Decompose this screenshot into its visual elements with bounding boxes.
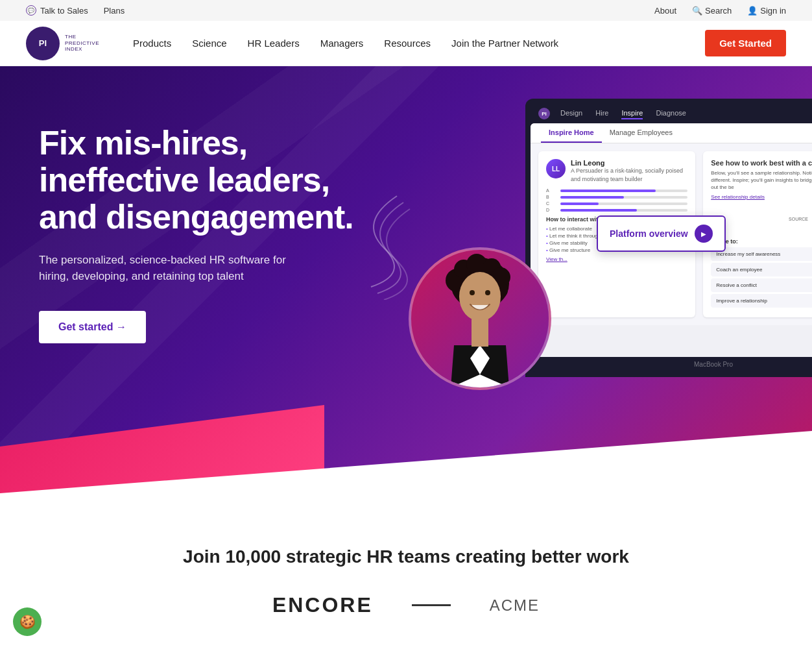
brand-encore: ENCORE — [272, 593, 373, 617]
want-item-4[interactable]: Improve a relationship ↗ — [711, 294, 812, 308]
platform-btn-text: Platform overview — [610, 228, 688, 239]
laptop-mockup: PI Design Hire Inspire Diagnose ACME D I… — [525, 99, 812, 377]
platform-overview-button[interactable]: Platform overview ▶ — [597, 215, 726, 252]
play-icon: ▶ — [695, 225, 713, 243]
nav-science[interactable]: Science — [184, 32, 234, 54]
want-item-2[interactable]: Coach an employee ↗ — [711, 263, 812, 276]
want-item-3[interactable]: Resolve a conflict ↗ — [711, 278, 812, 292]
hero-left: Fix mis-hires, ineffective leaders, and … — [39, 105, 396, 343]
nav-partner-network[interactable]: Join the Partner Network — [444, 32, 566, 54]
trait-row-c: C — [546, 201, 687, 206]
laptop-nav: PI Design Hire Inspire Diagnose ACME D — [531, 104, 812, 123]
nav-managers[interactable]: Managers — [313, 32, 372, 54]
hero-cta-button[interactable]: Get started → — [39, 311, 146, 343]
brand-strip: ENCORE ACME — [39, 593, 773, 617]
person-avatar: LL — [546, 159, 566, 178]
person-details: Lin Leong A Persuader is a risk-taking, … — [571, 159, 687, 183]
trait-row-b: B — [546, 195, 687, 199]
cookie-consent-button[interactable]: 🍪 — [13, 607, 42, 636]
subtab-inspire-home[interactable]: Inspire Home — [541, 123, 602, 143]
brand-divider — [412, 604, 451, 606]
brand-2: ACME — [490, 596, 540, 615]
trait-row-d: D — [546, 208, 687, 212]
about-link[interactable]: About — [654, 6, 676, 16]
subtab-manage-employees[interactable]: Manage Employees — [602, 123, 680, 143]
sign-in-link[interactable]: 👤 Sign in — [747, 6, 786, 16]
laptop-logo: PI — [538, 108, 550, 119]
chat-icon: 💬 — [26, 5, 36, 16]
svg-rect-12 — [472, 319, 488, 347]
laptop-label: MacBook Pro — [531, 357, 812, 372]
top-bar-right: About 🔍 Search 👤 Sign in — [654, 6, 786, 16]
svg-point-8 — [459, 272, 501, 321]
main-nav: PI THE PREDICTIVE INDEX Products Science… — [0, 21, 812, 66]
nav-hr-leaders[interactable]: HR Leaders — [240, 32, 307, 54]
laptop-tab-diagnose[interactable]: Diagnose — [656, 108, 686, 119]
hero-headline: Fix mis-hires, ineffective leaders, and … — [39, 125, 396, 236]
person-photo — [409, 247, 551, 390]
plans-link[interactable]: Plans — [104, 6, 125, 16]
want-title: I'd like to: — [711, 238, 812, 245]
logo[interactable]: PI THE PREDICTIVE INDEX — [26, 27, 99, 60]
laptop-tab-inspire[interactable]: Inspire — [621, 108, 643, 119]
person-info: LL Lin Leong A Persuader is a risk-takin… — [546, 159, 687, 183]
hero-right: PI Design Hire Inspire Diagnose ACME D I… — [422, 99, 812, 377]
laptop-tab-design[interactable]: Design — [560, 108, 582, 119]
nav-resources[interactable]: Resources — [376, 32, 438, 54]
person-name: Lin Leong — [571, 159, 687, 167]
want-section: I'd like to: Increase my self awareness … — [711, 238, 812, 308]
view-link[interactable]: View th... — [546, 256, 687, 262]
bottom-section: Join 10,000 strategic HR teams creating … — [0, 508, 812, 637]
bottom-title: Join 10,000 strategic HR teams creating … — [39, 546, 773, 567]
svg-point-9 — [470, 290, 475, 295]
relationship-diagram: SOURCE AR Relationship — [711, 205, 812, 233]
coworker-title: See how to work best with a coworker. — [711, 159, 812, 167]
coworker-desc: Below, you'll see a sample relationship.… — [711, 169, 812, 191]
talk-to-sales-label: Talk to Sales — [40, 6, 88, 16]
user-icon: 👤 — [747, 6, 758, 16]
svg-point-10 — [485, 290, 490, 295]
trait-row-a: A — [546, 188, 687, 193]
logo-text: THE PREDICTIVE INDEX — [65, 34, 99, 53]
trait-bars: A B C D — [546, 188, 687, 212]
person-desc: A Persuader is a risk-taking, socially p… — [571, 167, 687, 183]
get-started-button[interactable]: Get Started — [705, 30, 786, 56]
laptop-nav-tabs: Design Hire Inspire Diagnose — [560, 108, 686, 119]
see-relationship-link[interactable]: See relationship details — [711, 194, 812, 200]
laptop-subtabs: Inspire Home Manage Employees — [531, 123, 812, 143]
want-item-1[interactable]: Increase my self awareness › — [711, 247, 812, 261]
nav-products[interactable]: Products — [125, 32, 179, 54]
logo-circle: PI — [26, 27, 60, 60]
search-link[interactable]: 🔍 Search — [692, 6, 732, 16]
laptop-tab-hire[interactable]: Hire — [595, 108, 608, 119]
talk-to-sales-link[interactable]: 💬 Talk to Sales — [26, 5, 88, 16]
hero-subtext: The personalized, science-backed HR soft… — [39, 252, 318, 285]
person-svg — [415, 247, 545, 387]
hero-section: Fix mis-hires, ineffective leaders, and … — [0, 66, 812, 508]
top-bar-left: 💬 Talk to Sales Plans — [26, 5, 125, 16]
nav-links: Products Science HR Leaders Managers Res… — [125, 32, 705, 54]
top-bar: 💬 Talk to Sales Plans About 🔍 Search 👤 S… — [0, 0, 812, 21]
search-icon: 🔍 — [692, 6, 702, 16]
plans-label: Plans — [104, 6, 125, 16]
